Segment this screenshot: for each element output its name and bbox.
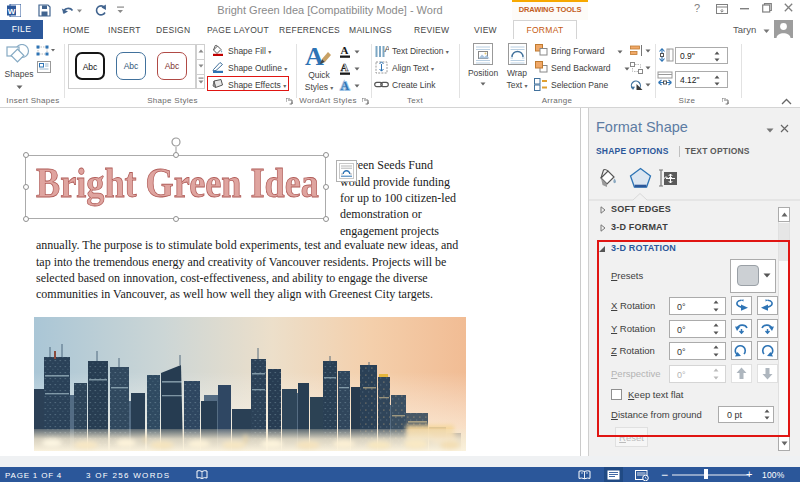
svg-text:A: A bbox=[341, 62, 349, 73]
svg-text:A: A bbox=[305, 43, 324, 70]
svg-text:A: A bbox=[385, 44, 390, 54]
svg-text:A: A bbox=[341, 45, 349, 56]
svg-text:A: A bbox=[341, 79, 350, 92]
